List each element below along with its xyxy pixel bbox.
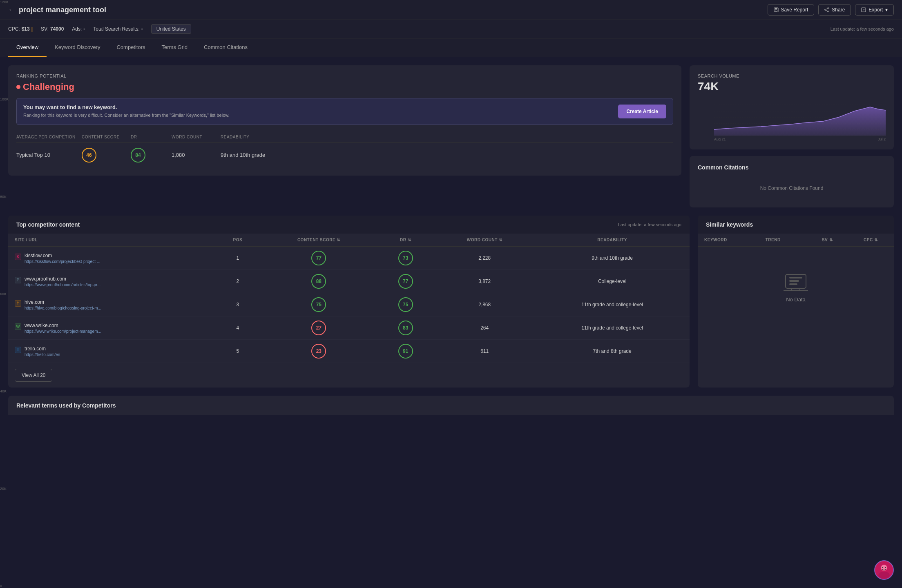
col-dr: DR ⇅ [377,234,434,247]
search-volume-chart [714,99,886,136]
svg-line-7 [826,10,828,11]
stats-bar: CPC: $13 | SV: 74000 Ads: - Total Search… [0,20,902,38]
warning-title: You may want to find a new keyword. [23,104,230,110]
wc-sort-icon[interactable]: ⇅ [499,238,502,242]
competitor-table: SITE / URL POS CONTENT SCORE ⇅ DR ⇅ WORD… [8,234,690,363]
content-score-cell: 75 [261,293,377,316]
word-count-cell: 3,872 [434,270,535,293]
total-results-stat: Total Search Results: - [93,26,143,32]
create-article-button[interactable]: Create Article [618,105,666,118]
chart-date-labels: Aug 21 Jul 2 [714,137,886,141]
similar-keywords-title: Similar keywords [706,221,753,228]
ranking-value: Challenging [16,82,673,92]
svg-point-26 [878,572,890,579]
last-update-text: Last update: a few seconds ago [831,27,894,31]
sv-sort-icon[interactable]: ⇅ [829,238,833,242]
content-score-cell: 88 [261,270,377,293]
no-citations-text: No Common Citations Found [698,177,886,199]
metrics-table: AVERAGE PER COMPETION CONTENT SCORE DR W… [16,131,673,167]
metrics-header: AVERAGE PER COMPETION CONTENT SCORE DR W… [16,131,673,143]
pos-cell: 4 [214,316,261,340]
no-data-icon [784,271,808,292]
back-button[interactable]: ← [8,6,15,13]
competitor-section-title: Top competitor content [16,221,80,228]
svg-rect-19 [789,280,799,282]
view-all-button[interactable]: View All 20 [15,369,52,382]
relevant-terms-card: Relevant terms used by Competitors [8,396,894,415]
table-row: T trello.com https://trello.com/en 5 23 … [8,340,690,363]
table-row: W www.wrike.com https://www.wrike.com/pr… [8,316,690,340]
site-cell: W www.wrike.com https://www.wrike.com/pr… [8,316,214,340]
cpc-stat: CPC: $13 | [8,26,33,32]
tabs-bar: Overview Keyword Discovery Competitors T… [0,38,902,57]
svg-rect-18 [789,277,802,278]
page-title: project management tool [19,6,106,14]
content-score-circle: 46 [82,148,96,163]
content-score-cell: 23 [261,340,377,363]
share-button[interactable]: Share [818,4,851,16]
svg-point-3 [828,8,829,9]
word-count-cell: 2,228 [434,247,535,270]
warning-box: You may want to find a new keyword. Rank… [16,98,673,125]
stats-left: CPC: $13 | SV: 74000 Ads: - Total Search… [8,24,191,34]
svg-rect-1 [775,8,777,9]
word-count-cell: 611 [434,340,535,363]
site-cell: H hive.com https://hive.com/blog/choosin… [8,293,214,316]
search-volume-card: Search Volume 74K 120K 100K 80K 60K 40K … [690,65,894,149]
similar-keywords-table: KEYWORD TREND SV ⇅ CPC ⇅ [698,234,894,247]
similar-keywords-header-row: KEYWORD TREND SV ⇅ CPC ⇅ [698,234,894,247]
table-row: H hive.com https://hive.com/blog/choosin… [8,293,690,316]
export-chevron-icon: ▾ [885,7,888,13]
content-score-cell: 27 [261,316,377,340]
competitor-update-text: Last update: a few seconds ago [618,222,681,227]
avatar[interactable] [874,560,894,580]
country-badge[interactable]: United States [151,24,191,34]
ranking-card: Ranking Potential Challenging You may wa… [8,65,681,176]
ranking-label: Ranking Potential [16,74,673,78]
content-score-cell: 77 [261,247,377,270]
svg-rect-20 [789,283,797,285]
sort-icon[interactable]: ⇅ [337,238,340,242]
relevant-terms-section: Relevant terms used by Competitors [0,396,902,423]
competitor-table-head: SITE / URL POS CONTENT SCORE ⇅ DR ⇅ WORD… [8,234,690,247]
no-data-container: No Data [698,247,894,327]
col-pos: POS [214,234,261,247]
ads-stat: Ads: - [72,26,85,32]
sv-label: Search Volume [698,74,886,78]
metrics-row: Typical Top 10 46 84 1,080 9th and 10th … [16,143,673,167]
pos-cell: 2 [214,270,261,293]
no-data-text: No Data [786,296,806,303]
dr-cell: 73 [377,247,434,270]
word-count-cell: 264 [434,316,535,340]
dr-cell: 83 [377,316,434,340]
bottom-section: Top competitor content Last update: a fe… [0,216,902,396]
sk-col-keyword: KEYWORD [698,234,759,247]
header-left: ← project management tool [8,6,106,14]
tab-keyword-discovery[interactable]: Keyword Discovery [47,38,108,57]
table-row: K kissflow.com https://kissflow.com/proj… [8,247,690,270]
save-report-button[interactable]: Save Report [768,4,815,16]
col-word-count: WORD COUNT ⇅ [434,234,535,247]
dr-cell: 75 [377,293,434,316]
readability-cell: 11th grade and college-level [535,316,690,340]
sk-col-sv: SV ⇅ [807,234,847,247]
competitor-card: Top competitor content Last update: a fe… [8,216,690,388]
sv-value: 74K [698,80,886,93]
tab-competitors[interactable]: Competitors [108,38,153,57]
chart-area [714,99,886,136]
svg-rect-2 [775,10,777,11]
export-button[interactable]: Export ▾ [855,4,894,16]
similar-keywords-card: Similar keywords KEYWORD TREND SV ⇅ CPC … [698,216,894,388]
dr-sort-icon[interactable]: ⇅ [408,238,411,242]
main-content: Ranking Potential Challenging You may wa… [0,57,902,216]
competitor-section-header: Top competitor content Last update: a fe… [8,216,690,234]
citations-title: Common Citations [698,164,886,171]
cpc-sort-icon[interactable]: ⇅ [874,238,878,242]
word-count-cell: 2,868 [434,293,535,316]
tab-overview[interactable]: Overview [8,38,47,57]
relevant-terms-title: Relevant terms used by Competitors [16,402,886,409]
tab-terms-grid[interactable]: Terms Grid [154,38,196,57]
col-content-score: CONTENT SCORE ⇅ [261,234,377,247]
tab-common-citations[interactable]: Common Citations [196,38,256,57]
readability-cell: College-level [535,270,690,293]
